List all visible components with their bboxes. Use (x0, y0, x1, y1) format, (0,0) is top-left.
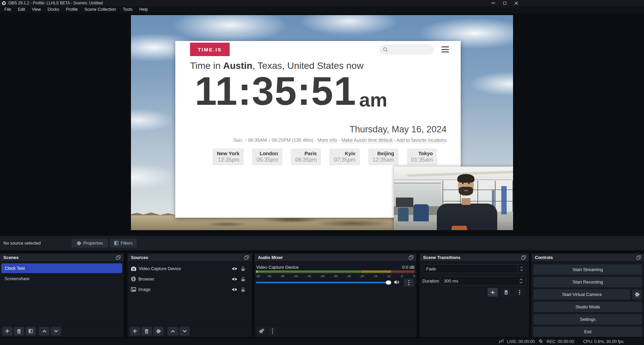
city-tile[interactable]: Tokyo01:35am (407, 148, 437, 165)
volume-slider-handle[interactable] (386, 281, 391, 285)
lock-icon[interactable] (241, 277, 245, 282)
scene-filters-button[interactable] (26, 327, 36, 336)
controls-header[interactable]: Controls (532, 254, 644, 262)
select-arrows-icon[interactable] (517, 265, 525, 273)
menu-file[interactable]: File (1, 6, 14, 13)
meter-yellow-zone (362, 270, 391, 273)
person-hair (457, 174, 474, 183)
source-properties-button[interactable] (153, 327, 164, 336)
move-source-up-button[interactable] (168, 327, 178, 336)
clock-time: 11:35:51 (195, 71, 357, 112)
chevron-down-icon (182, 330, 187, 333)
chevron-up-icon (171, 330, 175, 333)
person-eye-left (462, 183, 464, 184)
lock-icon[interactable] (241, 287, 245, 292)
remove-scene-button[interactable] (14, 327, 24, 336)
popout-icon[interactable] (636, 255, 641, 260)
timeis-logo[interactable]: TIME.IS (190, 43, 230, 56)
gear-icon (77, 241, 81, 246)
title-bar[interactable]: OBS 29.1.2 - Profile: LLHLS BETA - Scene… (0, 0, 644, 6)
obs-main-window: OBS 29.1.2 - Profile: LLHLS BETA - Scene… (0, 0, 644, 345)
menu-docks[interactable]: Docks (44, 6, 63, 13)
lock-icon[interactable] (241, 266, 245, 271)
studio-mode-button[interactable]: Studio Mode (534, 302, 642, 312)
move-scene-up-button[interactable] (39, 327, 49, 336)
advanced-audio-button[interactable] (257, 327, 267, 336)
city-tile[interactable]: New York12:35pm (213, 148, 244, 165)
make-default-link[interactable]: Make Austin time default (341, 137, 393, 143)
city-tile[interactable]: Beijing12:35am (368, 148, 399, 165)
preview-canvas[interactable]: TIME.IS Time in Austin, Texas, United St… (131, 15, 513, 230)
popout-icon[interactable] (244, 255, 249, 260)
add-scene-button[interactable] (2, 327, 12, 336)
start-recording-button[interactable]: Start Recording (534, 277, 642, 287)
maximize-button[interactable] (499, 0, 510, 6)
cpu-stats: CPU: 0.6%, 30.00 fps (583, 339, 624, 344)
properties-button[interactable]: Properties (72, 239, 108, 248)
duration-spinbox[interactable]: 300 ms (440, 276, 525, 286)
volume-slider[interactable] (256, 282, 387, 283)
more-info-link[interactable]: More info (318, 137, 337, 143)
menu-view[interactable]: View (29, 6, 44, 13)
source-row-image[interactable]: Image (128, 285, 252, 294)
search-field[interactable] (379, 45, 434, 54)
mixer-menu-button[interactable] (268, 327, 277, 336)
source-row-video-capture[interactable]: Video Capture Device (128, 264, 252, 273)
audio-mixer-header[interactable]: Audio Mixer (255, 254, 416, 262)
menu-scene-collection[interactable]: Scene Collection (81, 6, 120, 13)
city-tile[interactable]: Paris06:35pm (291, 148, 321, 165)
start-virtual-camera-button[interactable]: Start Virtual Camera (534, 289, 630, 300)
city-tile[interactable]: Kyiv07:35pm (329, 148, 360, 165)
start-streaming-button[interactable]: Start Streaming (534, 264, 642, 275)
menu-profile[interactable]: Profile (62, 6, 81, 13)
scene-item-screenshare[interactable]: Screenshare (1, 274, 122, 284)
menu-edit[interactable]: Edit (14, 6, 29, 13)
rec-icon (538, 339, 543, 345)
mixer-channel-menu-button[interactable] (404, 279, 414, 287)
transitions-buttons (420, 288, 529, 297)
popout-icon[interactable] (521, 255, 526, 260)
controls-title: Controls (535, 255, 553, 260)
popout-icon[interactable] (409, 255, 414, 260)
move-source-down-button[interactable] (179, 327, 190, 336)
filters-button[interactable]: Filters (110, 239, 137, 248)
settings-button[interactable]: Settings (534, 314, 642, 325)
duration-label: Duration (422, 278, 439, 284)
current-date: Thursday, May 16, 2024 (350, 124, 447, 135)
menu-help[interactable]: Help (136, 6, 151, 13)
virtual-camera-config-button[interactable] (632, 289, 642, 300)
city-tile[interactable]: London05:35pm (252, 148, 282, 165)
eye-icon[interactable] (232, 267, 237, 271)
source-label: Image (138, 287, 150, 292)
mixer-channel-name: Video Capture Device (256, 265, 298, 270)
move-scene-down-button[interactable] (51, 327, 61, 336)
window-title: OBS 29.1.2 - Profile: LLHLS BETA - Scene… (8, 1, 103, 5)
transition-menu-button[interactable] (514, 288, 525, 297)
spinbox-arrows-icon[interactable] (517, 278, 525, 284)
exit-button[interactable]: Exit (534, 327, 642, 337)
speaker-icon[interactable] (394, 280, 400, 286)
scenes-header[interactable]: Scenes (0, 254, 124, 262)
close-button[interactable] (510, 0, 522, 6)
sources-toolbar (128, 325, 252, 337)
minimize-button[interactable] (488, 0, 499, 6)
transition-select[interactable]: Fade (422, 264, 525, 273)
sources-header[interactable]: Sources (128, 254, 252, 262)
popout-icon[interactable] (116, 255, 121, 260)
image-icon (131, 287, 136, 292)
hamburger-menu-icon[interactable] (442, 46, 449, 52)
add-transition-button[interactable] (488, 288, 498, 297)
sources-panel: Sources Video Capture Device Browser (128, 254, 252, 337)
eye-icon[interactable] (232, 288, 237, 292)
add-favorite-link[interactable]: Add to favorite locations (397, 137, 447, 143)
scene-item-clock-test[interactable]: Clock Test (1, 263, 122, 273)
add-source-button[interactable] (130, 327, 140, 336)
webcam-overlay[interactable] (394, 167, 513, 230)
remove-source-button[interactable] (141, 327, 152, 336)
menu-tools[interactable]: Tools (120, 6, 136, 13)
kebab-menu-icon (519, 290, 520, 295)
eye-icon[interactable] (232, 277, 237, 281)
transitions-header[interactable]: Scene Transitions (420, 254, 529, 262)
source-row-browser[interactable]: Browser (128, 274, 252, 284)
remove-transition-button[interactable] (501, 288, 511, 297)
